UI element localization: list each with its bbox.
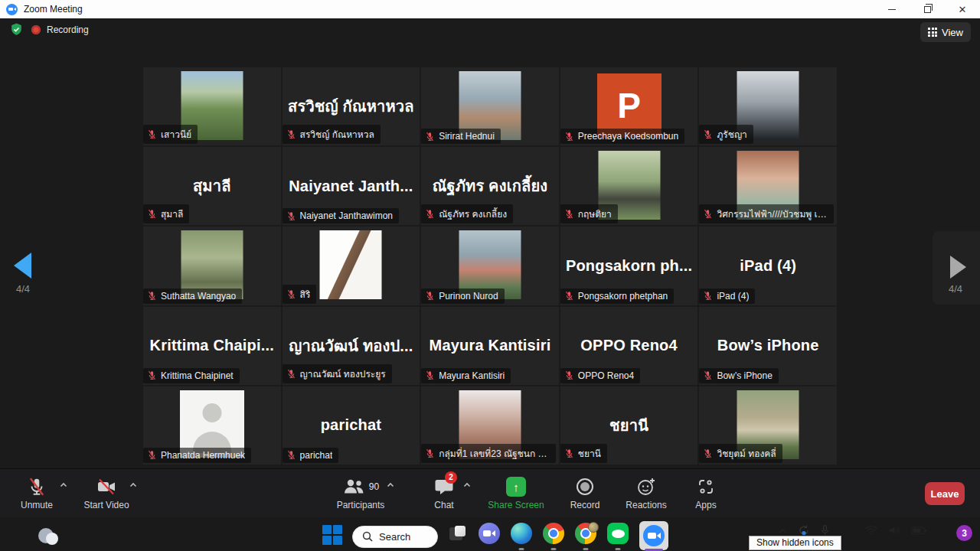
clock-time: 8:45 (910, 521, 951, 533)
show-hidden-icons-chevron[interactable] (778, 527, 788, 534)
participant-name-label: Preechaya Koedsombun (560, 129, 684, 144)
participant-tile[interactable]: สรวิชญ์ กัณหาหวล สรวิชญ์ กัณหาหวล (283, 67, 420, 145)
participant-name-label: ชยานี (560, 444, 607, 463)
participant-tile[interactable]: ณัฐภัทร คงเกลี้ยง ณัฐภัทร คงเกลี้ยง (421, 147, 559, 225)
muted-mic-icon (286, 450, 296, 460)
chat-button[interactable]: 2 Chat (416, 474, 472, 510)
previous-page-arrow[interactable] (14, 253, 31, 279)
recording-indicator-icon[interactable] (31, 25, 41, 34)
teams-chat-icon[interactable] (478, 521, 501, 550)
participant-tile[interactable]: ชยานี ชยานี (560, 386, 698, 465)
wifi-icon[interactable] (864, 525, 878, 536)
muted-mic-icon (564, 132, 574, 142)
notification-badge[interactable]: 3 (956, 525, 972, 541)
participant-tile[interactable]: iPad (4) iPad (4) (699, 227, 837, 305)
muted-mic-icon (286, 129, 296, 139)
leave-button[interactable]: Leave (925, 482, 965, 505)
restore-button[interactable] (910, 0, 945, 18)
edge-icon[interactable] (510, 521, 533, 550)
participant-tile[interactable]: วิชยุตม์ ทองคลี่ (699, 386, 837, 465)
participant-name-text: ญาณวัฒน์ ทองประยูร (300, 367, 386, 381)
participant-name-label: Purinon Nurod (421, 289, 504, 304)
participant-name-label: OPPO Reno4 (560, 368, 640, 383)
minimize-button[interactable] (874, 0, 910, 18)
participant-name-text: กฤษติยา (578, 207, 612, 221)
participant-tile[interactable]: กลุ่มที่1 เลขที่23 ณัฐชนก สุวร... (421, 386, 559, 465)
participant-name-text: Pongsakorn phetphan (578, 291, 668, 302)
record-icon (577, 478, 593, 495)
muted-mic-icon (425, 448, 435, 458)
zoom-app-icon (6, 4, 18, 15)
chrome-profile-icon[interactable] (574, 521, 597, 550)
page-indicator-left: 4/4 (11, 283, 35, 295)
line-icon[interactable] (606, 521, 629, 550)
weather-widget-icon[interactable] (37, 523, 63, 545)
sync-status-icon[interactable] (798, 524, 810, 536)
muted-mic-icon (425, 370, 435, 380)
participant-tile[interactable]: Suthatta Wangyao (143, 227, 281, 305)
zoom-taskbar-icon[interactable] (639, 521, 669, 550)
participant-name-text: วิศกรรมไฟฟ้า////บัวชมพู เวีย... (717, 207, 828, 221)
view-button[interactable]: View (920, 22, 971, 42)
start-video-button[interactable]: Start Video (74, 474, 139, 510)
muted-mic-icon (286, 369, 296, 379)
participant-tile[interactable]: Krittima Chaipi... Krittima Chaipinet (143, 307, 281, 385)
participant-name-text: สุมาลี (161, 207, 183, 221)
participant-tile[interactable]: สิริ (283, 227, 420, 305)
participant-tile[interactable]: วิศกรรมไฟฟ้า////บัวชมพู เวีย... (699, 147, 837, 225)
gallery-grid-icon (928, 28, 937, 37)
participants-icon (342, 478, 365, 496)
participant-tile[interactable]: Mayura Kantisiri Mayura Kantisiri (421, 307, 559, 385)
share-screen-button[interactable]: ↑ Share Screen (481, 474, 551, 510)
participant-name-label: Suthatta Wangyao (143, 289, 242, 304)
language-indicator[interactable]: ไทย (840, 523, 854, 537)
participant-tile[interactable]: กฤษติยา (560, 147, 698, 225)
muted-mic-icon (703, 448, 713, 458)
window-title: Zoom Meeting (24, 4, 83, 15)
muted-mic-icon (564, 291, 574, 301)
muted-mic-icon (703, 291, 713, 301)
participant-name-text: Preechaya Koedsombun (578, 131, 678, 142)
next-page-arrow[interactable] (950, 256, 966, 279)
security-shield-icon[interactable] (9, 21, 24, 37)
record-button[interactable]: Record (553, 474, 617, 510)
participant-tile[interactable]: Bow’s iPhone Bow’s iPhone (699, 307, 837, 385)
participant-name-label: Bow’s iPhone (699, 368, 779, 383)
participant-tile[interactable]: P Preechaya Koedsombun (560, 67, 698, 145)
task-view-button[interactable] (447, 521, 469, 550)
muted-mic-icon (147, 450, 157, 460)
volume-icon[interactable] (888, 525, 901, 536)
participant-tile[interactable]: ภูรัชญา (699, 67, 837, 145)
mic-in-use-icon[interactable] (820, 524, 830, 536)
participant-tile[interactable]: parichat parichat (283, 386, 420, 465)
clock[interactable]: 8:45 3/12/2565 (910, 521, 951, 544)
zoom-meeting-window: Zoom Meeting ✕ Recording View (0, 0, 980, 551)
view-label: View (942, 27, 963, 38)
participant-tile[interactable]: Purinon Nurod (421, 227, 559, 305)
participant-name-label: ณัฐภัทร คงเกลี้ยง (421, 204, 513, 223)
participant-name-label: สุมาลี (143, 204, 189, 223)
participant-name-label: Sirirat Hednui (421, 129, 501, 144)
participant-name-label: สรวิชญ์ กัณหาหวล (283, 125, 381, 144)
participant-tile[interactable]: เสาวนีย์ (143, 67, 281, 145)
reactions-button[interactable]: Reactions (614, 474, 678, 510)
apps-button[interactable]: Apps (675, 474, 737, 510)
page-indicator-right: 4/4 (943, 283, 968, 295)
participant-tile[interactable]: OPPO Reno4 OPPO Reno4 (560, 307, 698, 385)
participant-tile[interactable]: ญาณวัฒน์ ทองป... ญาณวัฒน์ ทองประยูร (283, 307, 420, 385)
start-button[interactable] (322, 521, 343, 550)
participant-tile[interactable]: Phanatda Hermhuek (143, 386, 281, 465)
participant-tile[interactable]: สุมาลี สุมาลี (143, 147, 281, 225)
search-button[interactable]: Search (352, 526, 438, 548)
participant-name-label: Phanatda Hermhuek (143, 448, 251, 463)
participant-tile[interactable]: Pongsakorn ph... Pongsakorn phetphan (560, 227, 698, 305)
unmute-button[interactable]: Unmute (5, 474, 69, 510)
participant-name-label: เสาวนีย์ (143, 125, 198, 144)
close-button[interactable]: ✕ (945, 0, 980, 18)
participant-name-label: ญาณวัฒน์ ทองประยูร (283, 364, 392, 383)
participants-button[interactable]: 90 Participants (325, 474, 396, 510)
participant-tile[interactable]: Sirirat Hednui (421, 67, 559, 145)
participant-tile[interactable]: Naiyanet Janth... Naiyanet Janthawimon (283, 147, 420, 225)
chrome-icon[interactable] (542, 521, 565, 550)
video-off-icon (96, 478, 117, 496)
